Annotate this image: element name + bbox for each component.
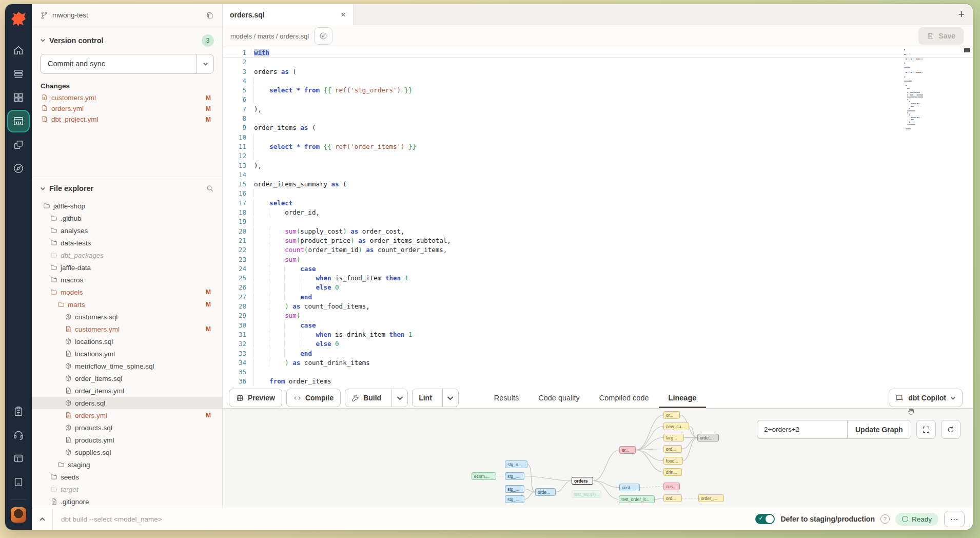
commit-and-sync-label[interactable]: Commit and sync <box>41 54 197 74</box>
lineage-node-larg[interactable]: larg... <box>663 434 684 441</box>
apps-icon[interactable] <box>8 87 29 108</box>
tree-item-orders-sql[interactable]: orders.sql <box>32 397 222 409</box>
lint-options-dropdown[interactable] <box>442 389 458 407</box>
tree-item-order-items-sql[interactable]: order_items.sql <box>32 372 222 385</box>
tree-item-locations-yml[interactable]: locations.yml <box>32 348 222 360</box>
lineage-selector-input[interactable] <box>757 420 847 439</box>
tree-item-products-sql[interactable]: products.sql <box>32 421 222 434</box>
terminal-icon[interactable] <box>8 472 29 492</box>
code-line[interactable]: 17 select <box>223 199 973 208</box>
code-line[interactable]: 11 select * from {{ ref('order_items') }… <box>223 142 973 151</box>
lineage-node-stg3[interactable]: stg_... <box>505 485 524 493</box>
search-icon[interactable] <box>206 184 214 193</box>
tab-results[interactable]: Results <box>484 388 528 408</box>
tree-item-jaffle-shop[interactable]: jaffle-shop <box>32 200 222 212</box>
code-line[interactable]: 16 <box>223 189 973 198</box>
lineage-node-cust[interactable]: cust... <box>619 484 640 491</box>
save-button[interactable]: Save <box>918 27 964 45</box>
code-line[interactable]: 14 <box>223 170 973 180</box>
lineage-node-y_or[interactable]: or... <box>663 411 680 419</box>
lineage-node-orderfar[interactable]: order_... <box>698 494 724 502</box>
code-line[interactable]: 3orders as ( <box>223 67 973 76</box>
tree-item-orders-yml[interactable]: orders.ymlM <box>32 409 222 421</box>
code-line[interactable]: 26 else 0 <box>223 283 973 292</box>
dbt-logo-icon[interactable] <box>10 10 27 28</box>
code-line[interactable]: 1with <box>223 48 973 57</box>
tree-item-customers-sql[interactable]: customers.sql <box>32 311 222 323</box>
tree-item--gitignore[interactable]: .gitignore <box>32 495 222 508</box>
code-line[interactable]: 30 case <box>223 321 973 330</box>
code-line[interactable]: 13), <box>223 161 973 170</box>
lineage-node-stg1[interactable]: stg_o... <box>505 460 527 468</box>
lint-button[interactable]: Lint <box>412 389 459 407</box>
editor-minimap[interactable] <box>904 49 953 130</box>
code-line[interactable]: 28 ) as count_food_items, <box>223 302 973 311</box>
file-explorer-header[interactable]: File explorer <box>32 177 222 196</box>
code-line[interactable]: 23 sum( <box>223 255 973 264</box>
changed-file-row[interactable]: customers.ymlM <box>32 92 222 103</box>
tree-item-products-yml[interactable]: products.yml <box>32 434 222 446</box>
code-line[interactable]: 2 <box>223 57 973 67</box>
tree-item-macros[interactable]: macros <box>32 274 222 286</box>
compile-button[interactable]: Compile <box>286 389 341 407</box>
tree-item-models[interactable]: modelsM <box>32 286 222 298</box>
home-icon[interactable] <box>8 40 29 61</box>
ready-status-badge[interactable]: Ready <box>895 513 938 526</box>
lineage-node-food[interactable]: food... <box>663 457 683 465</box>
lineage-node-stg4[interactable]: stg_... <box>505 495 524 503</box>
lineage-node-greyorde[interactable]: orde... <box>697 434 719 441</box>
code-line[interactable]: 6 <box>223 95 973 104</box>
tree-item-order-items-yml[interactable]: order_items.yml <box>32 385 222 397</box>
code-line[interactable]: 5 select * from {{ ref('stg_orders') }} <box>223 86 973 95</box>
code-line[interactable]: 32 else 0 <box>223 339 973 349</box>
help-icon[interactable]: ? <box>880 514 890 524</box>
code-line[interactable]: 7), <box>223 105 973 114</box>
tree-item-staging[interactable]: staging <box>32 458 222 471</box>
code-editor[interactable]: 1with23orders as (4 5 select * from {{ r… <box>223 47 973 388</box>
code-line[interactable]: 8 <box>223 114 973 123</box>
user-avatar[interactable] <box>11 507 26 523</box>
editor-scrollbar-thumb[interactable] <box>964 48 970 52</box>
expand-command-bar-icon[interactable] <box>32 516 52 523</box>
copy-icon[interactable] <box>206 11 214 20</box>
tree-item-dbt-packages[interactable]: dbt_packages <box>32 249 222 261</box>
code-line[interactable]: 15order_items_summary as ( <box>223 180 973 189</box>
code-line[interactable]: 4 <box>223 76 973 86</box>
close-tab-icon[interactable]: × <box>341 10 346 19</box>
docs-icon[interactable] <box>8 448 29 469</box>
code-line[interactable]: 35 <box>223 368 973 377</box>
lineage-node-orpink[interactable]: or... <box>619 446 636 454</box>
code-line[interactable]: 21 sum(product_price) as order_items_sub… <box>223 236 973 245</box>
tree-item-target[interactable]: target <box>32 483 222 495</box>
build-button[interactable]: Build <box>345 389 408 407</box>
update-graph-button[interactable]: Update Graph <box>847 420 911 439</box>
code-line[interactable]: 34 ) as count_drink_items <box>223 358 973 368</box>
code-line[interactable]: 31 when is_drink_item then 1 <box>223 330 973 339</box>
code-line[interactable]: 36 from order_items <box>223 377 973 386</box>
tree-item-locations-sql[interactable]: locations.sql <box>32 335 222 348</box>
lineage-node-yord[interactable]: ord... <box>663 445 682 453</box>
code-line[interactable]: 19 <box>223 217 973 226</box>
tree-item--github[interactable]: .github <box>32 212 222 224</box>
build-options-dropdown[interactable] <box>391 389 407 407</box>
tree-item-marts[interactable]: martsM <box>32 298 222 311</box>
version-control-header[interactable]: Version control 3 <box>32 27 222 50</box>
code-line[interactable]: 33 end <box>223 349 973 358</box>
code-line[interactable]: 22 count(order_item_id) as count_order_i… <box>223 245 973 255</box>
more-options-button[interactable]: ⋯ <box>944 511 965 527</box>
lineage-node-stg2[interactable]: stg_... <box>505 472 524 480</box>
tree-item-data-tests[interactable]: data-tests <box>32 237 222 249</box>
notes-icon[interactable] <box>8 401 29 421</box>
refresh-button[interactable] <box>941 420 961 439</box>
projects-icon[interactable] <box>8 134 29 155</box>
lineage-node-drin[interactable]: drin... <box>663 468 682 476</box>
fullscreen-button[interactable] <box>916 420 936 439</box>
lineage-node-orders[interactable]: orders <box>572 477 593 485</box>
tab-orders-sql[interactable]: orders.sql × <box>223 4 354 25</box>
tab-lineage[interactable]: Lineage <box>659 388 707 408</box>
new-tab-button[interactable]: + <box>958 8 965 21</box>
code-line[interactable]: 24 case <box>223 264 973 274</box>
lineage-node-newcu[interactable]: new_cu... <box>663 422 689 430</box>
lineage-node-testsup[interactable]: test_supply... <box>572 490 601 498</box>
commit-options-dropdown[interactable] <box>197 54 213 74</box>
